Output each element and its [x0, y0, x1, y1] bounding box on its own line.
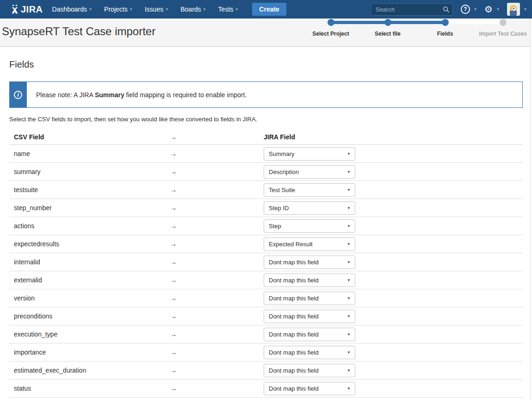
nav-item-label: Issues [145, 6, 163, 13]
jira-field-cell: Dont map this field ▼ [264, 382, 523, 395]
chevron-down-icon: ▾ [130, 7, 132, 12]
table-row: status → Dont map this field ▼ [9, 380, 523, 398]
table-row: name → Summary ▼ [9, 145, 523, 163]
jira-field-cell: Description ▼ [264, 165, 523, 179]
jira-field-select[interactable]: Expected Result ▼ [264, 237, 355, 251]
chevron-down-icon: ▼ [347, 224, 351, 228]
jira-field-cell: Dont map this field ▼ [264, 364, 523, 377]
help-menu[interactable]: ? ▾ [461, 5, 476, 14]
nav-item-dashboards[interactable]: Dashboards▾ [52, 6, 92, 13]
jira-logo-icon [10, 4, 19, 14]
nav-item-label: Tests [218, 6, 234, 13]
search-input[interactable] [371, 3, 453, 16]
mapping-arrow: → [162, 349, 185, 356]
mapping-arrow: → [162, 312, 185, 320]
jira-field-select-value: Test Suite [269, 187, 295, 193]
jira-field-select[interactable]: Dont map this field ▼ [264, 274, 355, 287]
csv-field-label: estimated_exec_duration [9, 367, 162, 374]
jira-field-select[interactable]: Dont map this field ▼ [264, 346, 355, 359]
field-mapping-table: CSV Field → JIRA Field name → Summary ▼ … [9, 129, 523, 399]
user-menu[interactable]: ▾ [507, 3, 526, 16]
mapping-arrow: → [162, 204, 185, 212]
step-dot-select-project [328, 19, 334, 26]
jira-field-select-value: Step [269, 223, 281, 230]
chevron-down-icon: ▼ [347, 332, 351, 337]
step-label-select-file: Select file [358, 31, 418, 37]
chevron-down-icon: ▼ [347, 278, 351, 282]
jira-field-select[interactable]: Step ▼ [264, 219, 355, 233]
jira-field-cell: Dont map this field ▼ [264, 292, 523, 305]
chevron-down-icon: ▾ [166, 7, 168, 12]
jira-field-select[interactable]: Dont map this field ▼ [264, 328, 355, 341]
nav-item-boards[interactable]: Boards▾ [180, 6, 205, 13]
jira-field-cell: Expected Result ▼ [264, 237, 523, 251]
step-dot-fields [442, 19, 449, 26]
jira-field-select-value: Step ID [269, 205, 289, 212]
mapping-arrow: → [162, 294, 185, 302]
jira-field-cell: Summary ▼ [264, 147, 523, 161]
jira-field-select[interactable]: Dont map this field ▼ [264, 382, 355, 395]
csv-field-label: importance [9, 349, 162, 356]
nav-item-tests[interactable]: Tests▾ [218, 6, 238, 13]
mapping-arrow: → [162, 258, 185, 266]
nav-item-projects[interactable]: Projects▾ [104, 6, 132, 13]
create-button[interactable]: Create [252, 3, 286, 16]
jira-field-select[interactable]: Summary ▼ [264, 147, 355, 161]
chevron-down-icon: ▼ [347, 260, 351, 264]
info-note: i Please note: A JIRA Summary field mapp… [9, 81, 523, 108]
mapping-arrow: → [162, 367, 185, 374]
mapping-arrow: → [162, 240, 185, 248]
table-row: internalid → Dont map this field ▼ [9, 253, 523, 271]
csv-field-label: execution_type [9, 330, 162, 338]
help-icon: ? [461, 5, 470, 14]
mapping-arrow: → [162, 276, 185, 284]
top-navbar: JIRA Dashboards▾ Projects▾ Issues▾ Board… [0, 0, 532, 19]
jira-field-select[interactable]: Description ▼ [264, 165, 355, 179]
table-row: testsuite → Test Suite ▼ [9, 181, 523, 199]
chevron-down-icon: ▼ [347, 152, 351, 156]
mapping-arrow: → [162, 150, 185, 157]
jira-field-select-value: Summary [269, 150, 295, 157]
arrow-header: → [162, 133, 185, 141]
jira-field-select[interactable]: Step ID ▼ [264, 201, 355, 215]
jira-field-select[interactable]: Dont map this field ▼ [264, 292, 355, 305]
chevron-down-icon: ▾ [204, 7, 206, 12]
scrollbar[interactable] [530, 19, 532, 399]
chevron-down-icon: ▼ [347, 387, 351, 391]
csv-field-label: testsuite [9, 186, 162, 193]
table-row: importance → Dont map this field ▼ [9, 343, 523, 362]
search-box [371, 3, 453, 16]
jira-field-select[interactable]: Dont map this field ▼ [264, 310, 355, 323]
step-dot-import-test-cases [500, 19, 507, 26]
jira-field-select[interactable]: Dont map this field ▼ [264, 364, 355, 377]
csv-field-label: internalid [9, 258, 162, 266]
chevron-down-icon: ▼ [347, 296, 351, 300]
avatar [507, 3, 520, 16]
mapping-arrow: → [162, 186, 185, 193]
note-prefix: Please note: A JIRA [36, 91, 95, 99]
page: JIRA Dashboards▾ Projects▾ Issues▾ Board… [0, 0, 532, 399]
jira-field-cell: Step ID ▼ [264, 201, 523, 215]
step-label-import-test-cases: Import Test Cases [473, 31, 532, 37]
instructions-text: Select the CSV fields to import, then se… [9, 116, 523, 123]
step-label-fields: Fields [415, 31, 475, 37]
table-row: estimated_exec_duration → Dont map this … [9, 362, 523, 380]
csv-field-label: name [9, 150, 162, 157]
mapping-arrow: → [162, 330, 185, 338]
avatar-image [510, 5, 517, 16]
main-content: Fields i Please note: A JIRA Summary fie… [0, 59, 532, 399]
nav-item-issues[interactable]: Issues▾ [145, 6, 168, 13]
table-row: expectedresults → Expected Result ▼ [9, 235, 523, 253]
chevron-down-icon: ▼ [347, 206, 351, 210]
table-header-row: CSV Field → JIRA Field [9, 129, 523, 145]
jira-logo[interactable]: JIRA [10, 4, 43, 15]
chevron-down-icon: ▼ [347, 242, 351, 246]
admin-menu[interactable]: ⚙ ▾ [484, 5, 499, 14]
gear-icon: ⚙ [484, 5, 493, 14]
jira-field-select-value: Dont map this field [269, 277, 319, 284]
step-track-upcoming [445, 21, 507, 24]
jira-field-select[interactable]: Dont map this field ▼ [264, 256, 355, 269]
section-title: Fields [9, 59, 523, 69]
jira-field-select[interactable]: Test Suite ▼ [264, 183, 355, 197]
search-icon [443, 6, 450, 13]
